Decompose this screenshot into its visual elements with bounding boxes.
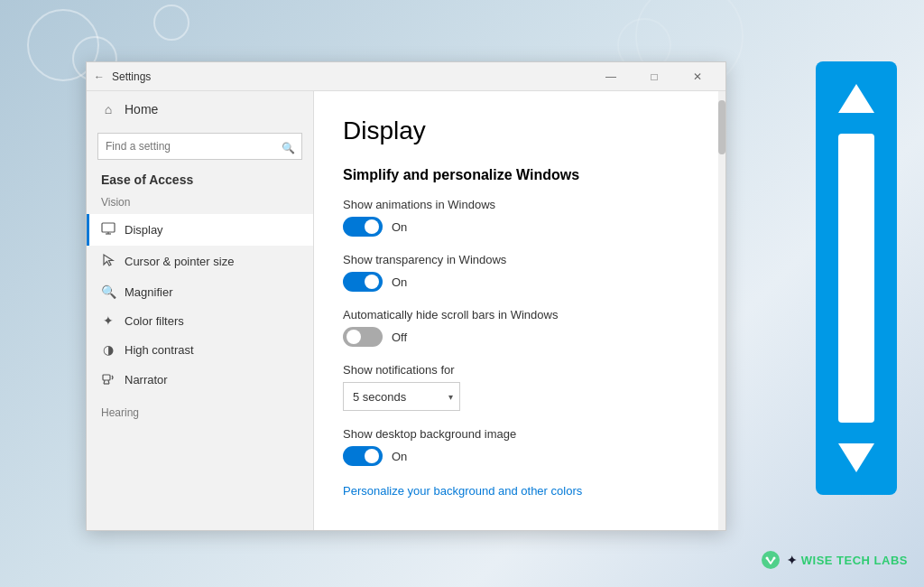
sidebar-item-magnifier[interactable]: 🔍 Magnifier — [87, 277, 313, 306]
background-toggle-row: On — [343, 446, 697, 466]
high-contrast-label: High contrast — [125, 343, 194, 357]
title-bar: ← Settings — □ ✕ — [87, 62, 725, 91]
svg-rect-0 — [102, 223, 115, 232]
narrator-label: Narrator — [125, 373, 168, 387]
color-filters-label: Color filters — [125, 314, 184, 328]
svg-point-10 — [766, 557, 769, 560]
section-title: Simplify and personalize Windows — [343, 167, 697, 183]
scroll-down-arrow[interactable] — [829, 430, 883, 484]
display-icon — [101, 221, 116, 238]
cursor-icon — [101, 253, 116, 270]
cursor-label: Cursor & pointer size — [125, 255, 234, 268]
back-button[interactable]: ← — [94, 70, 105, 83]
transparency-setting: Show transparency in Windows On — [343, 253, 697, 292]
svg-line-4 — [104, 380, 105, 384]
main-content: Display Simplify and personalize Windows… — [314, 91, 725, 530]
animations-toggle-row: On — [343, 217, 697, 237]
settings-window: ← Settings — □ ✕ ⌂ Home 🔍 Ease of Access… — [86, 61, 726, 531]
sidebar-item-high-contrast[interactable]: ◑ High contrast — [87, 335, 313, 364]
notifications-select[interactable]: 5 seconds 7 seconds 15 seconds 30 second… — [343, 382, 460, 411]
animations-status: On — [392, 220, 407, 234]
personalize-link[interactable]: Personalize your background and other co… — [343, 484, 582, 498]
scrollbars-toggle-row: Off — [343, 327, 697, 347]
transparency-status: On — [392, 275, 407, 289]
sidebar-item-cursor[interactable]: Cursor & pointer size — [87, 246, 313, 277]
background-status: On — [392, 450, 407, 463]
sidebar-item-display[interactable]: Display — [87, 214, 313, 246]
scrollbars-setting: Automatically hide scroll bars in Window… — [343, 308, 697, 347]
sidebar: ⌂ Home 🔍 Ease of Access Vision — [87, 91, 314, 530]
svg-rect-3 — [103, 375, 110, 380]
scrollbar-panel — [816, 61, 897, 495]
scrollbars-toggle[interactable] — [343, 327, 383, 347]
background-label: Show desktop background image — [343, 427, 697, 441]
page-title: Display — [343, 116, 697, 145]
sidebar-item-home[interactable]: ⌂ Home — [87, 91, 313, 127]
transparency-toggle-thumb — [365, 275, 379, 289]
minimize-button[interactable]: — — [590, 62, 632, 91]
background-setting: Show desktop background image On — [343, 427, 697, 466]
window-controls: — □ ✕ — [590, 62, 718, 91]
main-scroll-thumb — [718, 100, 725, 154]
scrollbars-toggle-thumb — [346, 330, 361, 344]
svg-marker-7 — [838, 84, 874, 113]
svg-marker-8 — [838, 443, 874, 472]
scroll-track — [838, 134, 874, 423]
brand-name: WISE TECH LABS — [801, 554, 908, 567]
narrator-icon — [101, 371, 116, 388]
background-toggle[interactable] — [343, 446, 383, 466]
svg-point-11 — [773, 557, 776, 560]
logo-text: ✦ WISE TECH LABS — [787, 554, 908, 567]
svg-line-5 — [108, 380, 109, 384]
hearing-category: Hearing — [87, 405, 313, 424]
close-button[interactable]: ✕ — [677, 62, 718, 91]
home-label: Home — [125, 102, 158, 116]
window-body: ⌂ Home 🔍 Ease of Access Vision — [87, 91, 725, 530]
vision-category: Vision — [87, 194, 313, 214]
color-filters-icon: ✦ — [101, 313, 116, 328]
home-icon: ⌂ — [101, 102, 116, 116]
ease-of-access-label: Ease of Access — [87, 169, 313, 194]
scrollbars-label: Automatically hide scroll bars in Window… — [343, 308, 697, 321]
high-contrast-icon: ◑ — [101, 342, 116, 357]
magnifier-label: Magnifier — [125, 285, 172, 299]
sidebar-item-narrator[interactable]: Narrator — [87, 364, 313, 396]
transparency-toggle[interactable] — [343, 272, 383, 292]
main-scrollbar[interactable] — [718, 91, 725, 530]
transparency-label: Show transparency in Windows — [343, 253, 697, 266]
svg-point-9 — [762, 551, 780, 569]
animations-toggle-thumb — [365, 219, 379, 234]
search-container: 🔍 — [87, 127, 313, 169]
background-toggle-thumb — [365, 449, 379, 463]
logo-area: ✦ WISE TECH LABS — [760, 549, 908, 571]
maximize-button[interactable]: □ — [633, 62, 675, 91]
magnifier-icon: 🔍 — [101, 284, 116, 299]
animations-setting: Show animations in Windows On — [343, 198, 697, 237]
search-input[interactable] — [97, 133, 302, 160]
sidebar-item-color-filters[interactable]: ✦ Color filters — [87, 306, 313, 335]
notifications-setting: Show notifications for 5 seconds 7 secon… — [343, 363, 697, 411]
window-title: Settings — [112, 70, 590, 83]
scroll-up-arrow[interactable] — [829, 72, 883, 126]
scrollbars-status: Off — [392, 331, 407, 344]
transparency-toggle-row: On — [343, 272, 697, 292]
animations-toggle[interactable] — [343, 217, 383, 237]
notifications-dropdown-container: 5 seconds 7 seconds 15 seconds 30 second… — [343, 382, 460, 411]
sidebar-scroll-area: Vision Display — [87, 194, 313, 530]
notifications-label: Show notifications for — [343, 363, 697, 377]
logo-icon — [760, 549, 781, 571]
animations-label: Show animations in Windows — [343, 198, 697, 211]
search-icon: 🔍 — [282, 142, 295, 154]
display-label: Display — [125, 223, 163, 237]
